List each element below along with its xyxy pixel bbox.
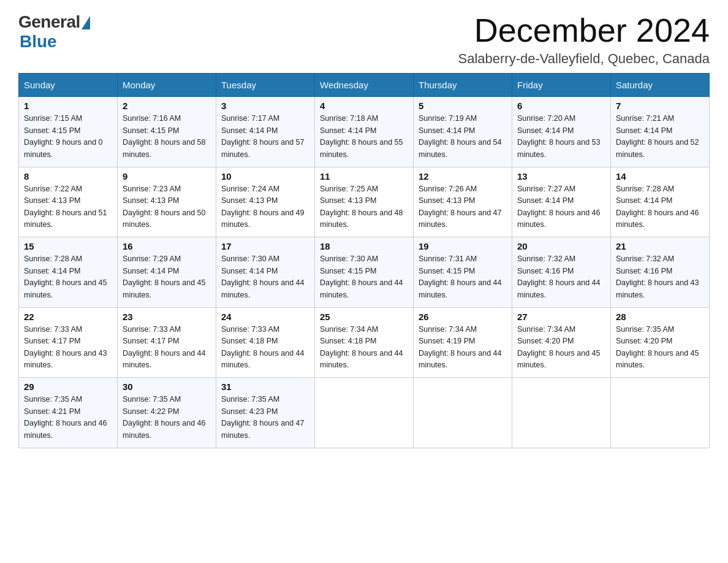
day-cell: 20Sunrise: 7:32 AMSunset: 4:16 PMDayligh… (512, 237, 611, 308)
column-header-monday: Monday (118, 74, 216, 97)
day-number: 5 (419, 101, 507, 111)
day-cell: 18Sunrise: 7:30 AMSunset: 4:15 PMDayligh… (315, 237, 414, 308)
day-cell: 13Sunrise: 7:27 AMSunset: 4:14 PMDayligh… (512, 167, 611, 237)
logo-blue-text: Blue (20, 32, 57, 52)
day-cell: 1Sunrise: 7:15 AMSunset: 4:15 PMDaylight… (19, 97, 118, 167)
day-info: Sunrise: 7:17 AMSunset: 4:14 PMDaylight:… (221, 113, 309, 161)
day-number: 22 (24, 312, 112, 322)
day-info: Sunrise: 7:26 AMSunset: 4:13 PMDaylight:… (419, 183, 507, 231)
day-number: 25 (320, 312, 408, 322)
day-info: Sunrise: 7:30 AMSunset: 4:14 PMDaylight:… (221, 253, 309, 301)
day-cell: 8Sunrise: 7:22 AMSunset: 4:13 PMDaylight… (19, 167, 118, 237)
column-header-tuesday: Tuesday (216, 74, 315, 97)
day-info: Sunrise: 7:28 AMSunset: 4:14 PMDaylight:… (24, 253, 112, 301)
day-number: 7 (616, 101, 704, 111)
day-number: 23 (123, 312, 211, 322)
day-cell: 11Sunrise: 7:25 AMSunset: 4:13 PMDayligh… (315, 167, 414, 237)
day-info: Sunrise: 7:28 AMSunset: 4:14 PMDaylight:… (616, 183, 704, 231)
day-cell: 5Sunrise: 7:19 AMSunset: 4:14 PMDaylight… (414, 97, 512, 167)
month-title: December 2024 (458, 12, 710, 48)
day-cell: 2Sunrise: 7:16 AMSunset: 4:15 PMDaylight… (118, 97, 216, 167)
calendar-table: SundayMondayTuesdayWednesdayThursdayFrid… (18, 73, 710, 448)
day-cell: 28Sunrise: 7:35 AMSunset: 4:20 PMDayligh… (611, 307, 710, 378)
day-info: Sunrise: 7:33 AMSunset: 4:17 PMDaylight:… (123, 324, 211, 372)
day-info: Sunrise: 7:35 AMSunset: 4:22 PMDaylight:… (123, 394, 211, 442)
day-info: Sunrise: 7:31 AMSunset: 4:15 PMDaylight:… (419, 253, 507, 301)
day-number: 6 (517, 101, 605, 111)
calendar-header: SundayMondayTuesdayWednesdayThursdayFrid… (19, 74, 710, 97)
day-info: Sunrise: 7:34 AMSunset: 4:20 PMDaylight:… (517, 324, 605, 372)
day-info: Sunrise: 7:35 AMSunset: 4:23 PMDaylight:… (221, 394, 309, 442)
title-area: December 2024 Salaberry-de-Valleyfield, … (458, 12, 710, 67)
day-info: Sunrise: 7:35 AMSunset: 4:20 PMDaylight:… (616, 324, 704, 372)
day-cell: 31Sunrise: 7:35 AMSunset: 4:23 PMDayligh… (216, 378, 315, 448)
day-info: Sunrise: 7:21 AMSunset: 4:14 PMDaylight:… (616, 113, 704, 161)
day-number: 27 (517, 312, 605, 322)
day-number: 20 (517, 241, 605, 251)
day-number: 12 (419, 171, 507, 182)
day-info: Sunrise: 7:33 AMSunset: 4:17 PMDaylight:… (24, 324, 112, 372)
logo: General Blue (18, 12, 90, 52)
week-row-2: 8Sunrise: 7:22 AMSunset: 4:13 PMDaylight… (19, 167, 710, 237)
day-info: Sunrise: 7:30 AMSunset: 4:15 PMDaylight:… (320, 253, 408, 301)
day-info: Sunrise: 7:23 AMSunset: 4:13 PMDaylight:… (123, 183, 211, 231)
day-cell: 3Sunrise: 7:17 AMSunset: 4:14 PMDaylight… (216, 97, 315, 167)
header-row: SundayMondayTuesdayWednesdayThursdayFrid… (19, 74, 710, 97)
day-info: Sunrise: 7:35 AMSunset: 4:21 PMDaylight:… (24, 394, 112, 442)
column-header-saturday: Saturday (611, 74, 710, 97)
day-info: Sunrise: 7:34 AMSunset: 4:19 PMDaylight:… (419, 324, 507, 372)
day-number: 2 (123, 101, 211, 111)
day-cell: 22Sunrise: 7:33 AMSunset: 4:17 PMDayligh… (19, 307, 118, 378)
logo-general-text: General (18, 12, 80, 32)
day-number: 9 (123, 171, 211, 182)
day-cell: 14Sunrise: 7:28 AMSunset: 4:14 PMDayligh… (611, 167, 710, 237)
day-cell: 19Sunrise: 7:31 AMSunset: 4:15 PMDayligh… (414, 237, 512, 308)
day-number: 31 (221, 381, 309, 392)
day-cell: 30Sunrise: 7:35 AMSunset: 4:22 PMDayligh… (118, 378, 216, 448)
day-number: 8 (24, 171, 112, 182)
day-info: Sunrise: 7:19 AMSunset: 4:14 PMDaylight:… (419, 113, 507, 161)
day-number: 11 (320, 171, 408, 182)
logo-triangle-icon (82, 16, 90, 29)
day-number: 24 (221, 312, 309, 322)
day-cell: 4Sunrise: 7:18 AMSunset: 4:14 PMDaylight… (315, 97, 414, 167)
day-number: 26 (419, 312, 507, 322)
day-info: Sunrise: 7:20 AMSunset: 4:14 PMDaylight:… (517, 113, 605, 161)
day-number: 30 (123, 381, 211, 392)
day-cell: 12Sunrise: 7:26 AMSunset: 4:13 PMDayligh… (414, 167, 512, 237)
day-info: Sunrise: 7:34 AMSunset: 4:18 PMDaylight:… (320, 324, 408, 372)
day-cell (414, 378, 512, 448)
week-row-1: 1Sunrise: 7:15 AMSunset: 4:15 PMDaylight… (19, 97, 710, 167)
day-info: Sunrise: 7:25 AMSunset: 4:13 PMDaylight:… (320, 183, 408, 231)
day-cell: 16Sunrise: 7:29 AMSunset: 4:14 PMDayligh… (118, 237, 216, 308)
day-number: 19 (419, 241, 507, 251)
day-cell: 23Sunrise: 7:33 AMSunset: 4:17 PMDayligh… (118, 307, 216, 378)
day-cell: 24Sunrise: 7:33 AMSunset: 4:18 PMDayligh… (216, 307, 315, 378)
day-info: Sunrise: 7:32 AMSunset: 4:16 PMDaylight:… (616, 253, 704, 301)
day-cell: 10Sunrise: 7:24 AMSunset: 4:13 PMDayligh… (216, 167, 315, 237)
day-info: Sunrise: 7:16 AMSunset: 4:15 PMDaylight:… (123, 113, 211, 161)
day-number: 17 (221, 241, 309, 251)
day-cell (611, 378, 710, 448)
day-cell: 15Sunrise: 7:28 AMSunset: 4:14 PMDayligh… (19, 237, 118, 308)
column-header-friday: Friday (512, 74, 611, 97)
day-number: 3 (221, 101, 309, 111)
day-number: 13 (517, 171, 605, 182)
day-cell: 27Sunrise: 7:34 AMSunset: 4:20 PMDayligh… (512, 307, 611, 378)
day-info: Sunrise: 7:24 AMSunset: 4:13 PMDaylight:… (221, 183, 309, 231)
day-number: 4 (320, 101, 408, 111)
column-header-sunday: Sunday (19, 74, 118, 97)
day-info: Sunrise: 7:22 AMSunset: 4:13 PMDaylight:… (24, 183, 112, 231)
column-header-thursday: Thursday (414, 74, 512, 97)
day-cell: 26Sunrise: 7:34 AMSunset: 4:19 PMDayligh… (414, 307, 512, 378)
day-cell (315, 378, 414, 448)
day-number: 18 (320, 241, 408, 251)
day-cell: 29Sunrise: 7:35 AMSunset: 4:21 PMDayligh… (19, 378, 118, 448)
day-info: Sunrise: 7:33 AMSunset: 4:18 PMDaylight:… (221, 324, 309, 372)
location-subtitle: Salaberry-de-Valleyfield, Quebec, Canada (458, 51, 710, 67)
day-cell: 21Sunrise: 7:32 AMSunset: 4:16 PMDayligh… (611, 237, 710, 308)
day-cell: 7Sunrise: 7:21 AMSunset: 4:14 PMDaylight… (611, 97, 710, 167)
day-cell: 9Sunrise: 7:23 AMSunset: 4:13 PMDaylight… (118, 167, 216, 237)
day-number: 21 (616, 241, 704, 251)
day-number: 28 (616, 312, 704, 322)
